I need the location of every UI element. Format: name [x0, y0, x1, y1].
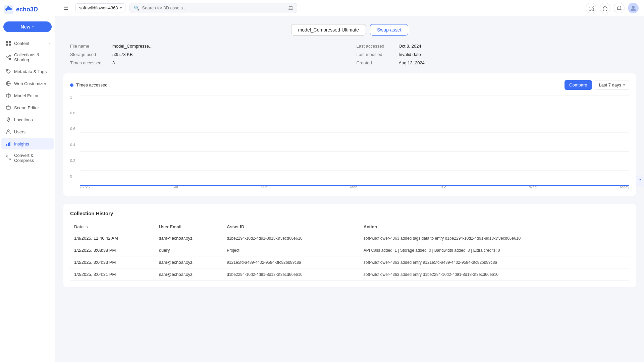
- svg-point-10: [7, 70, 8, 71]
- col-asset-id[interactable]: Asset ID: [223, 222, 360, 232]
- chart-x-labels: 2/7/25 Sat Sun Mon Tue Wed Today: [79, 185, 629, 189]
- sidebar-item-users-label: Users: [14, 129, 25, 134]
- help-button[interactable]: ?: [636, 176, 644, 186]
- asset-name: model_Compressed-Ultimate: [291, 24, 366, 36]
- topbar: ☰ soft-wildflower-4363 ▾ 🔍 🖼: [55, 0, 644, 16]
- bar-chart-icon: [5, 141, 11, 147]
- compare-button[interactable]: Compare: [565, 80, 592, 90]
- x-label-date: 2/7/25: [79, 185, 90, 189]
- cell-asset-id: d1be2294-10d2-4d91-8d18-3f3ecd66e610: [223, 232, 360, 244]
- svg-rect-3: [6, 44, 8, 46]
- cell-date: 1/8/2025, 11:46:42 AM: [70, 232, 155, 244]
- new-button[interactable]: New +: [3, 21, 52, 32]
- cell-date: 1/2/2025, 3:04:33 PM: [70, 256, 155, 268]
- swap-asset-button[interactable]: Swap asset: [370, 24, 408, 36]
- chart-area: 1 0.8 0.6 0.4 0.2 0: [70, 95, 629, 189]
- tag-icon: [5, 68, 11, 74]
- sidebar-nav: Content › Collections & Sharing Metadata…: [0, 38, 55, 166]
- grid-icon: [5, 40, 11, 46]
- sidebar-item-metadata-tags[interactable]: Metadata & Tags: [1, 66, 54, 77]
- bell-icon[interactable]: [614, 3, 625, 13]
- created-label: Created: [357, 60, 393, 65]
- table-row: 1/2/2025, 3:04:31 PM sam@echoar.xyz d1be…: [70, 268, 629, 281]
- svg-rect-1: [6, 41, 8, 43]
- chart-header: Times accessed Compare Last 7 days ▾: [70, 80, 629, 90]
- x-label-sun: Sun: [261, 185, 268, 189]
- search-bar: 🔍 🖼: [129, 3, 297, 13]
- chart-y-labels: 1 0.8 0.6 0.4 0.2 0: [70, 95, 75, 180]
- legend-dot: [70, 83, 73, 87]
- cell-action: soft-wildflower-4363 added entry d1be229…: [360, 268, 629, 281]
- timerange-label: Last 7 days: [599, 82, 622, 87]
- x-label-today: Today: [620, 185, 629, 189]
- svg-point-18: [7, 130, 9, 132]
- workspace-selector[interactable]: soft-wildflower-4363 ▾: [75, 3, 125, 12]
- menu-icon[interactable]: ☰: [61, 3, 71, 13]
- y-label-1: 1: [70, 95, 75, 99]
- table-row: 1/2/2025, 3:08:38 PM query Project API C…: [70, 244, 629, 256]
- y-label-02: 0.2: [70, 159, 75, 163]
- cell-action: soft-wildflower-4363 added tags data to …: [360, 232, 629, 244]
- sidebar-item-web-customizer[interactable]: Web Customizer: [1, 78, 54, 89]
- sidebar-item-content[interactable]: Content ›: [1, 38, 54, 49]
- cell-user-email: query: [155, 244, 223, 256]
- svg-line-8: [7, 56, 9, 57]
- file-name-value: model_Compresse...: [112, 44, 153, 49]
- sidebar-item-scene-editor[interactable]: Scene Editor: [1, 102, 54, 113]
- sidebar-item-users[interactable]: Users: [1, 126, 54, 137]
- y-label-06: 0.6: [70, 127, 75, 131]
- y-label-08: 0.8: [70, 111, 75, 115]
- table-row: 1/2/2025, 3:04:33 PM sam@echoar.xyz 9121…: [70, 256, 629, 268]
- sidebar-item-model-editor[interactable]: Model Editor: [1, 90, 54, 101]
- col-action[interactable]: Action: [360, 222, 629, 232]
- last-accessed-value: Oct 8, 2024: [399, 44, 421, 49]
- svg-point-24: [632, 6, 635, 8]
- workspace-name: soft-wildflower-4363: [79, 5, 118, 10]
- sidebar-item-model-editor-label: Model Editor: [14, 93, 39, 98]
- svg-point-7: [9, 58, 11, 60]
- sidebar-item-collections-sharing[interactable]: Collections & Sharing: [1, 50, 54, 65]
- topbar-right: [586, 3, 639, 13]
- col-date[interactable]: Date ▼: [70, 222, 155, 232]
- sidebar-item-scene-editor-label: Scene Editor: [14, 105, 39, 110]
- collection-history-table: Collection History Date ▼ User Email Ass…: [63, 204, 636, 287]
- times-accessed-value: 3: [112, 60, 115, 65]
- cell-user-email: sam@echoar.xyz: [155, 268, 223, 281]
- avatar[interactable]: [628, 3, 639, 13]
- cell-asset-id: Project: [223, 244, 360, 256]
- times-accessed-label: Times accessed: [70, 60, 107, 65]
- col-user-email[interactable]: User Email: [155, 222, 223, 232]
- sidebar-item-insights-label: Insights: [14, 141, 29, 146]
- map-pin-icon: [5, 117, 11, 123]
- last-modified-label: Last modified: [357, 52, 393, 57]
- drop-icon[interactable]: [600, 3, 610, 13]
- table-title: Collection History: [70, 210, 629, 216]
- x-label-mon: Mon: [350, 185, 357, 189]
- sidebar-item-locations[interactable]: Locations: [1, 114, 54, 125]
- main-area: ☰ soft-wildflower-4363 ▾ 🔍 🖼: [55, 0, 644, 362]
- table-row: 1/8/2025, 11:46:42 AM sam@echoar.xyz d1b…: [70, 232, 629, 244]
- search-input[interactable]: [142, 5, 285, 10]
- cell-asset-id: 9121e5fd-a489-4402-9584-3fc82bb89c8a: [223, 256, 360, 268]
- file-name-label: File name: [70, 44, 107, 49]
- content: model_Compressed-Ultimate Swap asset Fil…: [55, 16, 644, 362]
- logo-text: echo3D: [16, 6, 38, 13]
- user-icon: [5, 129, 11, 135]
- sidebar-item-convert-compress[interactable]: Convert & Compress: [1, 150, 54, 166]
- chart-actions: Compare Last 7 days ▾: [565, 80, 629, 90]
- cell-user-email: sam@echoar.xyz: [155, 256, 223, 268]
- puzzle-icon[interactable]: [586, 3, 596, 13]
- timerange-select[interactable]: Last 7 days ▾: [595, 80, 630, 90]
- image-search-icon[interactable]: 🖼: [288, 5, 293, 11]
- logo-icon: [4, 5, 13, 14]
- created-value: Aug 13, 2024: [399, 60, 425, 65]
- sidebar-item-insights[interactable]: Insights: [1, 138, 54, 149]
- share-icon: [5, 54, 11, 60]
- logo: echo3D: [0, 0, 55, 19]
- svg-rect-20: [8, 143, 9, 146]
- cell-action: soft-wildflower-4363 added entry 9121e5f…: [360, 256, 629, 268]
- cell-date: 1/2/2025, 3:08:38 PM: [70, 244, 155, 256]
- history-table: Date ▼ User Email Asset ID Action: [70, 222, 629, 281]
- x-label-wed: Wed: [529, 185, 536, 189]
- timerange-chevron-icon: ▾: [623, 83, 625, 87]
